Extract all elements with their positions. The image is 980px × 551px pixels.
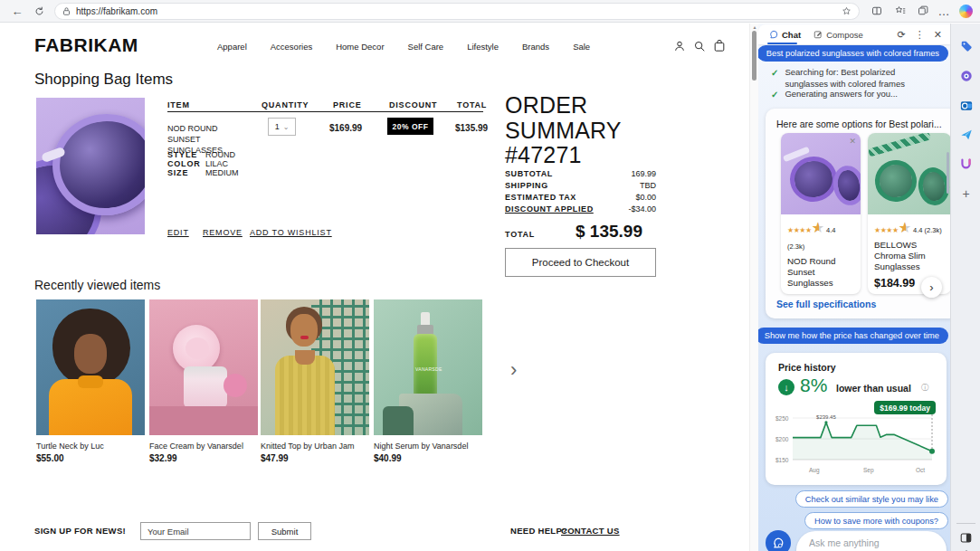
submit-button[interactable]: Submit bbox=[258, 522, 311, 540]
bookmark-star-icon[interactable] bbox=[842, 6, 852, 16]
add-sidebar-icon[interactable]: + bbox=[958, 185, 974, 201]
browser-toolbar: ← https://fabrikam.com … bbox=[0, 0, 980, 23]
recent-item-name: Turtle Neck by Luc bbox=[36, 442, 145, 451]
rating-stars: ★★★★ bbox=[874, 226, 899, 234]
status-searching-text: Searching for: Best polarized sunglasses… bbox=[785, 67, 939, 90]
dark-stone bbox=[383, 406, 414, 435]
panel-toggle-icon[interactable] bbox=[958, 530, 974, 546]
bag-icon[interactable] bbox=[713, 39, 726, 52]
copilot-icon[interactable] bbox=[957, 3, 974, 19]
attr-color-label: COLOR bbox=[167, 159, 201, 168]
percent-lower: 8% bbox=[800, 375, 827, 396]
lock-icon bbox=[62, 6, 71, 16]
remove-link[interactable]: REMOVE bbox=[203, 228, 243, 237]
suggestion-similar-style[interactable]: Check out similar style you may like bbox=[795, 490, 948, 508]
recent-item-knitted-top[interactable]: Knitted Top by Urban Jam $47.99 bbox=[261, 299, 369, 463]
shipping-value: TBD bbox=[640, 181, 656, 190]
nav-item-self-care[interactable]: Self Care bbox=[408, 42, 444, 52]
dismiss-card-icon[interactable]: ✕ bbox=[849, 137, 856, 146]
table-surface bbox=[149, 406, 258, 435]
nav-item-apparel[interactable]: Apparel bbox=[217, 42, 247, 52]
bag-item-image[interactable] bbox=[36, 98, 145, 234]
rating-half-star: ★★ bbox=[899, 219, 911, 236]
add-to-wishlist-link[interactable]: ADD TO WISHLIST bbox=[250, 228, 332, 237]
shopping-icon[interactable] bbox=[958, 38, 974, 53]
refresh-icon bbox=[34, 6, 44, 16]
options-intro: Here are some options for Best polari... bbox=[776, 119, 942, 129]
rating-value: 4.4 (2.3k) bbox=[913, 226, 942, 234]
xtick-aug: Aug bbox=[809, 467, 820, 474]
price-chart: $250 $200 $150 Aug Sep Oct $239.45 bbox=[773, 405, 939, 478]
nav-item-sale[interactable]: Sale bbox=[573, 42, 590, 52]
collections-icon[interactable] bbox=[915, 3, 931, 19]
settings-more-icon[interactable]: … bbox=[936, 3, 952, 19]
quantity-select[interactable]: 1 ⌄ bbox=[268, 118, 296, 136]
order-number: #47271 bbox=[505, 143, 622, 168]
tab-chat[interactable]: Chat bbox=[758, 24, 801, 44]
close-panel-icon[interactable]: ✕ bbox=[934, 29, 942, 41]
recent-item-face-cream[interactable]: Face Cream by Vanarsdel $32.99 bbox=[149, 299, 258, 463]
favorites-icon[interactable] bbox=[892, 3, 909, 19]
tax-value: $0.00 bbox=[635, 193, 656, 202]
games-icon[interactable] bbox=[958, 156, 974, 171]
product-price: $169.99 bbox=[787, 293, 854, 294]
browser-window: ← https://fabrikam.com … FABRIKAM Appare… bbox=[0, 0, 980, 551]
nav-item-home-decor[interactable]: Home Decor bbox=[336, 42, 384, 52]
site-logo[interactable]: FABRIKAM bbox=[34, 34, 138, 56]
attr-size-value: MEDIUM bbox=[205, 168, 239, 177]
refresh-chat-icon[interactable]: ⟳ bbox=[898, 29, 906, 41]
outlook-icon[interactable] bbox=[958, 98, 974, 113]
carousel-next-icon[interactable]: › bbox=[510, 358, 517, 382]
total-value: $ 135.99 bbox=[576, 222, 642, 242]
back-icon[interactable]: ← bbox=[9, 3, 25, 19]
product-card-nod[interactable]: ✕ ★★★★★★4.4 (2.3k) NOD Round Sunset Sung… bbox=[781, 133, 861, 294]
edit-link[interactable]: EDIT bbox=[167, 228, 189, 237]
summary-row-shipping: SHIPPINGTBD bbox=[505, 181, 656, 190]
order-title-line2: SUMMARY bbox=[505, 119, 622, 144]
address-bar[interactable]: https://fabrikam.com bbox=[54, 3, 860, 20]
scrollbar-thumb[interactable] bbox=[752, 31, 756, 81]
recent-item-turtle-neck[interactable]: Turtle Neck by Luc $55.00 bbox=[36, 299, 145, 463]
nav-item-accesories[interactable]: Accesories bbox=[271, 42, 312, 52]
page-scrollbar[interactable]: ▲ bbox=[749, 24, 758, 551]
kebab-menu-icon[interactable]: ⋮ bbox=[915, 29, 925, 41]
tab-compose[interactable]: Compose bbox=[801, 24, 863, 44]
nav-item-lifestyle[interactable]: Lifestyle bbox=[467, 42, 499, 52]
col-price: PRICE bbox=[333, 100, 362, 109]
summary-row-tax: ESTIMATED TAX$0.00 bbox=[505, 193, 656, 202]
products-next-icon[interactable]: › bbox=[921, 277, 942, 298]
suggestion-coupons[interactable]: How to save more with coupons? bbox=[804, 512, 948, 529]
panel-scrollbar-thumb[interactable] bbox=[947, 152, 949, 194]
account-icon[interactable] bbox=[673, 40, 686, 52]
col-total: TOTAL bbox=[457, 100, 487, 109]
subtotal-label: SUBTOTAL bbox=[505, 169, 553, 178]
nav-item-brands[interactable]: Brands bbox=[522, 42, 549, 52]
recent-item-night-serum[interactable]: VANARSDE Night Serum by Vanarsdel $40.99 bbox=[374, 299, 482, 463]
product-name: BELLOWS Chroma Slim Sunglasses bbox=[874, 240, 945, 273]
split-screen-icon[interactable] bbox=[869, 3, 885, 19]
attr-color-value: LILAC bbox=[205, 159, 228, 168]
contact-us-link[interactable]: CONTACT US bbox=[561, 526, 620, 536]
sunglasses-lens-2 bbox=[916, 166, 950, 207]
chart-today-dot bbox=[929, 449, 935, 454]
microsoft365-icon[interactable] bbox=[958, 68, 974, 83]
info-icon[interactable]: ⓘ bbox=[921, 383, 928, 393]
refresh-icon[interactable] bbox=[31, 3, 47, 19]
rail-settings-icon[interactable] bbox=[958, 546, 974, 551]
search-icon[interactable] bbox=[693, 40, 706, 52]
subtotal-value: 169.99 bbox=[631, 169, 656, 178]
product-card-bellows[interactable]: ★★★★★★4.4 (2.3k) BELLOWS Chroma Slim Sun… bbox=[868, 133, 950, 294]
check-icon: ✓ bbox=[771, 67, 778, 90]
ask-me-anything-input[interactable] bbox=[796, 531, 947, 551]
check-icon: ✓ bbox=[771, 89, 778, 101]
scroll-up-icon[interactable]: ▲ bbox=[751, 24, 758, 30]
email-field[interactable] bbox=[140, 522, 251, 540]
copilot-chat-icon bbox=[766, 530, 791, 551]
see-specifications-link[interactable]: See full specifications bbox=[776, 299, 876, 309]
drop-icon[interactable] bbox=[958, 127, 974, 142]
tab-compose-label: Compose bbox=[826, 30, 863, 40]
price-history-card: Price history ↓ 8% lower than usual ⓘ $1… bbox=[766, 353, 947, 485]
page-title: Shopping Bag Items bbox=[34, 71, 173, 89]
proceed-to-checkout-button[interactable]: Proceed to Checkout bbox=[505, 248, 656, 277]
discount-applied-link[interactable]: DISCOUNT APPLIED bbox=[505, 204, 594, 214]
